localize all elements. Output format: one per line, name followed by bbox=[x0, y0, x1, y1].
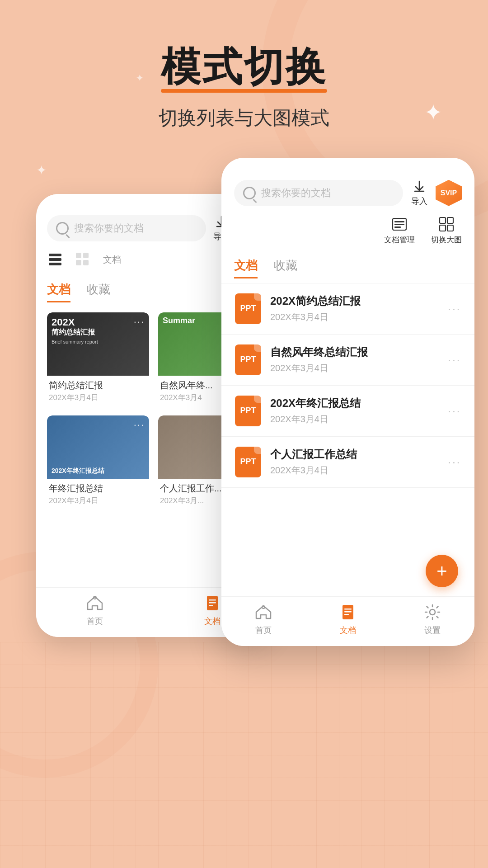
import-icon-front bbox=[412, 179, 427, 194]
list-item-title-3: 202X年终汇报总结 bbox=[270, 396, 439, 410]
tab-favorites-front[interactable]: 收藏 bbox=[274, 258, 297, 278]
status-bar-front bbox=[221, 158, 474, 172]
grid-card-1[interactable]: 202X 简约总结汇报 Brief summary report ··· 简约总… bbox=[47, 312, 149, 406]
doc-manage-label: 文档管理 bbox=[384, 235, 415, 245]
view-toggle-button[interactable]: 切换大图 bbox=[431, 216, 462, 245]
svg-rect-10 bbox=[209, 602, 216, 604]
svg-rect-16 bbox=[440, 217, 446, 223]
nav-docs-label-front: 文档 bbox=[340, 625, 356, 636]
more-button-1[interactable]: ··· bbox=[448, 302, 461, 316]
docs-icon-back bbox=[202, 593, 222, 613]
phones-area: 搜索你要的文档 导入 SVIP bbox=[0, 158, 488, 700]
nav-docs-back[interactable]: 文档 bbox=[202, 593, 222, 627]
page-title: 模式切换 bbox=[161, 45, 327, 89]
list-item-info-3: 202X年终汇报总结 202X年3月4日 bbox=[270, 396, 439, 425]
card-menu-3[interactable]: ··· bbox=[134, 419, 145, 431]
svg-rect-1 bbox=[49, 258, 61, 261]
bottom-nav-front: 首页 文档 设置 bbox=[221, 596, 474, 646]
svg-rect-2 bbox=[49, 263, 61, 265]
nav-home-label-front: 首页 bbox=[255, 625, 272, 636]
search-placeholder-back: 搜索你要的文档 bbox=[74, 222, 144, 235]
svg-rect-13 bbox=[394, 221, 404, 222]
search-bar-front[interactable]: 搜索你要的文档 bbox=[234, 180, 403, 206]
tab-favorites-back[interactable]: 收藏 bbox=[87, 282, 110, 302]
grid-view-icon-back[interactable] bbox=[74, 251, 90, 269]
svg-rect-22 bbox=[344, 609, 352, 610]
doc-manage-button[interactable]: 文档管理 bbox=[384, 216, 415, 245]
ppt-icon-4: PPT bbox=[235, 447, 261, 477]
grid-card-3[interactable]: 202X年终汇报总结 ··· 年终汇报总结 202X年3月4日 bbox=[47, 415, 149, 509]
card-date-1: 202X年3月4日 bbox=[49, 392, 147, 403]
search-icon-back bbox=[56, 222, 69, 235]
card-title-3: 年终汇报总结 bbox=[49, 482, 147, 495]
view-toggle-icon bbox=[438, 216, 455, 233]
search-placeholder-front: 搜索你要的文档 bbox=[261, 186, 331, 200]
topbar-front: 搜索你要的文档 导入 SVIP bbox=[221, 172, 474, 212]
svg-rect-6 bbox=[83, 260, 89, 265]
nav-home-back[interactable]: 首页 bbox=[85, 593, 105, 627]
list-view-icon-back[interactable] bbox=[47, 251, 63, 269]
page-subtitle: 切换列表与大图模式 bbox=[0, 105, 488, 131]
svg-rect-9 bbox=[209, 599, 216, 601]
svg-rect-4 bbox=[83, 253, 89, 258]
svg-rect-17 bbox=[447, 217, 453, 223]
nav-settings-label-front: 设置 bbox=[424, 625, 441, 636]
nav-docs-front[interactable]: 文档 bbox=[338, 602, 358, 636]
ppt-icon-1: PPT bbox=[235, 293, 261, 324]
docs-icon-front bbox=[338, 602, 358, 622]
tab-documents-back[interactable]: 文档 bbox=[47, 282, 70, 302]
list-item-info-1: 202X简约总结汇报 202X年3月4日 bbox=[270, 294, 439, 323]
doc-manage-icon bbox=[391, 216, 408, 233]
list-item-2[interactable]: PPT 自然风年终总结汇报 202X年3月4日 ··· bbox=[221, 335, 474, 386]
toolbar-row-front: 文档管理 切换大图 bbox=[221, 212, 474, 249]
home-icon-front bbox=[253, 602, 273, 622]
list-item-date-4: 202X年3月4日 bbox=[270, 464, 439, 476]
fab-add-button[interactable]: + bbox=[426, 555, 458, 587]
import-button-front[interactable]: 导入 bbox=[411, 179, 427, 207]
svg-rect-14 bbox=[394, 224, 404, 225]
front-phone: 搜索你要的文档 导入 SVIP bbox=[221, 158, 474, 646]
svg-rect-11 bbox=[209, 605, 213, 606]
svg-rect-18 bbox=[440, 225, 446, 231]
list-item-date-1: 202X年3月4日 bbox=[270, 311, 439, 323]
tab-documents-front[interactable]: 文档 bbox=[234, 258, 258, 278]
ppt-icon-2: PPT bbox=[235, 344, 261, 375]
import-label-front: 导入 bbox=[411, 196, 427, 207]
list-item-title-2: 自然风年终总结汇报 bbox=[270, 345, 439, 359]
more-button-3[interactable]: ··· bbox=[448, 404, 461, 418]
more-button-4[interactable]: ··· bbox=[448, 455, 461, 469]
svip-text-front: SVIP bbox=[441, 189, 457, 197]
card-title-1: 简约总结汇报 bbox=[49, 379, 147, 392]
list-item-title-4: 个人汇报工作总结 bbox=[270, 447, 439, 462]
card-menu-1[interactable]: ··· bbox=[134, 316, 145, 328]
nav-settings-front[interactable]: 设置 bbox=[422, 602, 442, 636]
list-item-date-2: 202X年3月4日 bbox=[270, 362, 439, 374]
card-date-3: 202X年3月4日 bbox=[49, 495, 147, 506]
list-item-1[interactable]: PPT 202X简约总结汇报 202X年3月4日 ··· bbox=[221, 283, 474, 335]
svg-rect-19 bbox=[447, 225, 453, 231]
more-button-2[interactable]: ··· bbox=[448, 353, 461, 367]
home-icon-back bbox=[85, 593, 105, 613]
svg-rect-24 bbox=[344, 614, 349, 615]
svg-rect-0 bbox=[49, 254, 61, 256]
search-icon-front bbox=[243, 187, 256, 199]
svg-point-7 bbox=[94, 596, 96, 599]
nav-docs-label-back: 文档 bbox=[204, 616, 221, 627]
settings-icon-front bbox=[422, 602, 442, 622]
list-item-4[interactable]: PPT 个人汇报工作总结 202X年3月4日 ··· bbox=[221, 437, 474, 488]
list-item-info-4: 个人汇报工作总结 202X年3月4日 bbox=[270, 447, 439, 476]
list-item-3[interactable]: PPT 202X年终汇报总结 202X年3月4日 ··· bbox=[221, 386, 474, 437]
svg-rect-15 bbox=[394, 226, 401, 228]
list-item-title-1: 202X简约总结汇报 bbox=[270, 294, 439, 308]
svg-point-20 bbox=[262, 606, 265, 609]
search-bar-back[interactable]: 搜索你要的文档 bbox=[47, 215, 206, 241]
svg-rect-23 bbox=[344, 611, 352, 613]
svip-badge-front[interactable]: SVIP bbox=[436, 180, 462, 206]
tabs-front: 文档 收藏 bbox=[221, 249, 474, 283]
header: 模式切换 切换列表与大图模式 bbox=[0, 0, 488, 131]
list-item-info-2: 自然风年终总结汇报 202X年3月4日 bbox=[270, 345, 439, 374]
nav-home-front[interactable]: 首页 bbox=[253, 602, 273, 636]
ppt-icon-3: PPT bbox=[235, 396, 261, 426]
section-label-back: 文档 bbox=[103, 254, 121, 266]
list-view-front: PPT 202X简约总结汇报 202X年3月4日 ··· PPT 自然风年终总结… bbox=[221, 283, 474, 488]
